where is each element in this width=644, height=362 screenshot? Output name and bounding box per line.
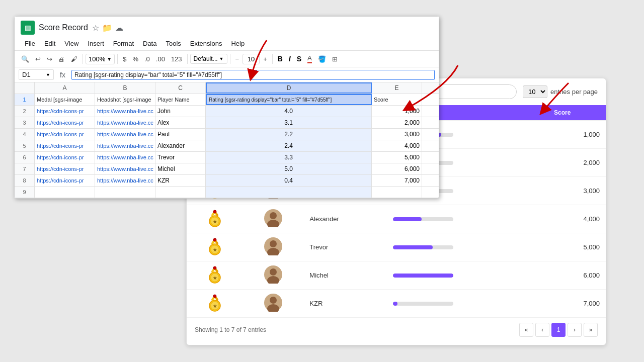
undo-button[interactable]: ↩ — [33, 54, 43, 64]
search-button[interactable]: 🔍 — [19, 54, 32, 64]
cell-c3[interactable]: Alex — [155, 117, 206, 128]
avatar-cell — [243, 290, 303, 318]
font-family-selector[interactable]: Default... ▼ — [190, 54, 227, 64]
currency-button[interactable]: $ — [120, 54, 129, 64]
title-icons: ☆ 📁 ☁ — [92, 23, 123, 33]
strikethrough-button[interactable]: S — [294, 54, 304, 64]
cell-b7-text: https://www.nba-live.cc — [97, 166, 153, 172]
cell-d7[interactable]: 5.0 — [206, 163, 372, 174]
cell-c9[interactable] — [155, 187, 206, 198]
divider-3 — [187, 54, 188, 64]
menu-insert[interactable]: Insert — [84, 38, 108, 49]
menu-extensions[interactable]: Extensions — [186, 38, 226, 49]
cloud-icon[interactable]: ☁ — [115, 23, 123, 33]
cell-b6-text: https://www.nba-live.cc — [97, 154, 153, 160]
cell-b1[interactable]: Headshot [sgsr-image — [95, 94, 155, 105]
decimal-less-button[interactable]: .0 — [142, 54, 152, 64]
cell-e2[interactable]: 1,000 — [372, 106, 422, 117]
menu-edit[interactable]: Edit — [40, 38, 59, 49]
format-123-button[interactable]: 123 — [169, 54, 185, 64]
bold-button[interactable]: B — [275, 54, 285, 64]
page-prev[interactable]: ‹ — [535, 323, 549, 337]
formula-input[interactable]: Rating [sgsr-rating display="bar" total=… — [71, 70, 435, 80]
cell-d4[interactable]: 2.2 — [206, 129, 372, 140]
cell-b8[interactable]: https://www.nba-live.cc — [95, 175, 155, 186]
cell-e1[interactable]: Score — [372, 94, 422, 105]
menu-file[interactable]: File — [21, 38, 39, 49]
redo-button[interactable]: ↪ — [44, 54, 55, 64]
cell-e5[interactable]: 4,000 — [372, 140, 422, 151]
cell-a8[interactable]: https://cdn-icons-pr — [35, 175, 95, 186]
cell-a7[interactable]: https://cdn-icons-pr — [35, 163, 95, 174]
cell-e3[interactable]: 2,000 — [372, 117, 422, 128]
footer-text: Showing 1 to 7 of 7 entries — [195, 326, 266, 333]
cell-a1[interactable]: Medal [sgsr-image — [35, 94, 95, 105]
font-size-increase[interactable]: + — [261, 54, 270, 64]
cell-a9[interactable] — [35, 187, 95, 198]
cell-d3[interactable]: 3.1 — [206, 117, 372, 128]
cell-c4[interactable]: Paul — [155, 129, 206, 140]
cell-c7[interactable]: Michel — [155, 163, 206, 174]
menu-view[interactable]: View — [60, 38, 83, 49]
cell-b4[interactable]: https://www.nba-live.cc — [95, 129, 155, 140]
cell-a4[interactable]: https://cdn-icons-pr — [35, 129, 95, 140]
cell-d9[interactable] — [206, 187, 372, 198]
page-1[interactable]: 1 — [551, 323, 566, 337]
font-size-box[interactable]: 10 — [243, 54, 260, 64]
print-button[interactable]: 🖨 — [56, 54, 67, 64]
row-num-1: 1 — [15, 94, 35, 105]
text-color-button[interactable]: A — [305, 53, 314, 65]
borders-button[interactable]: ⊞ — [330, 54, 340, 64]
col-header-score[interactable]: Score — [548, 105, 606, 121]
cell-d2[interactable]: 4.0 — [206, 106, 372, 117]
cell-b9[interactable] — [95, 187, 155, 198]
cell-a3[interactable]: https://cdn-icons-pr — [35, 117, 95, 128]
per-page-select[interactable]: 10 25 50 — [523, 85, 547, 98]
cell-e7[interactable]: 6,000 — [372, 163, 422, 174]
col-header-a[interactable]: A — [35, 82, 95, 94]
cell-e4[interactable]: 3,000 — [372, 129, 422, 140]
decimal-more-button[interactable]: .00 — [153, 54, 168, 64]
cell-b5[interactable]: https://www.nba-live.cc — [95, 140, 155, 151]
cell-a6[interactable]: https://cdn-icons-pr — [35, 152, 95, 163]
col-header-c[interactable]: C — [155, 82, 206, 94]
cell-c8[interactable]: KZR — [155, 175, 206, 186]
cell-a5[interactable]: https://cdn-icons-pr — [35, 140, 95, 151]
cell-c2[interactable]: John — [155, 106, 206, 117]
zoom-selector[interactable]: 100% ▼ — [86, 54, 115, 64]
italic-button[interactable]: I — [286, 54, 293, 64]
cell-c5[interactable]: Alexander — [155, 140, 206, 151]
cell-e8[interactable]: 7,000 — [372, 175, 422, 186]
cell-b7[interactable]: https://www.nba-live.cc — [95, 163, 155, 174]
cell-c6[interactable]: Trevor — [155, 152, 206, 163]
cell-b6[interactable]: https://www.nba-live.cc — [95, 152, 155, 163]
col-header-d[interactable]: D — [206, 82, 372, 94]
cell-e9[interactable] — [372, 187, 422, 198]
page-last[interactable]: » — [584, 323, 598, 337]
cell-d6[interactable]: 3.3 — [206, 152, 372, 163]
cell-c1[interactable]: Player Name — [155, 94, 206, 105]
menu-tools[interactable]: Tools — [162, 38, 185, 49]
toolbar: 🔍 ↩ ↪ 🖨 🖌 100% ▼ $ % .0 .00 123 Default.… — [15, 50, 439, 67]
paint-format-button[interactable]: 🖌 — [68, 54, 80, 64]
menu-data[interactable]: Data — [139, 38, 160, 49]
menu-help[interactable]: Help — [227, 38, 249, 49]
cell-reference-box[interactable]: D1 ▼ — [19, 69, 54, 80]
folder-icon[interactable]: 📁 — [102, 23, 112, 33]
menu-format[interactable]: Format — [109, 38, 138, 49]
cell-a2[interactable]: https://cdn-icons-pr — [35, 106, 95, 117]
fill-color-button[interactable]: 🪣 — [315, 54, 329, 64]
star-icon[interactable]: ☆ — [92, 23, 99, 33]
cell-d8[interactable]: 0.4 — [206, 175, 372, 186]
cell-d5[interactable]: 2.4 — [206, 140, 372, 151]
percent-button[interactable]: % — [130, 54, 141, 64]
page-next[interactable]: › — [568, 323, 582, 337]
cell-b2[interactable]: https://www.nba-live.cc — [95, 106, 155, 117]
cell-e6[interactable]: 5,000 — [372, 152, 422, 163]
col-header-b[interactable]: B — [95, 82, 155, 94]
cell-b3[interactable]: https://www.nba-live.cc — [95, 117, 155, 128]
page-first[interactable]: « — [519, 323, 533, 337]
font-size-decrease[interactable]: − — [233, 54, 242, 64]
col-header-e[interactable]: E — [372, 82, 422, 94]
cell-d1[interactable]: Rating [sgsr-rating display="bar" total=… — [206, 94, 372, 105]
